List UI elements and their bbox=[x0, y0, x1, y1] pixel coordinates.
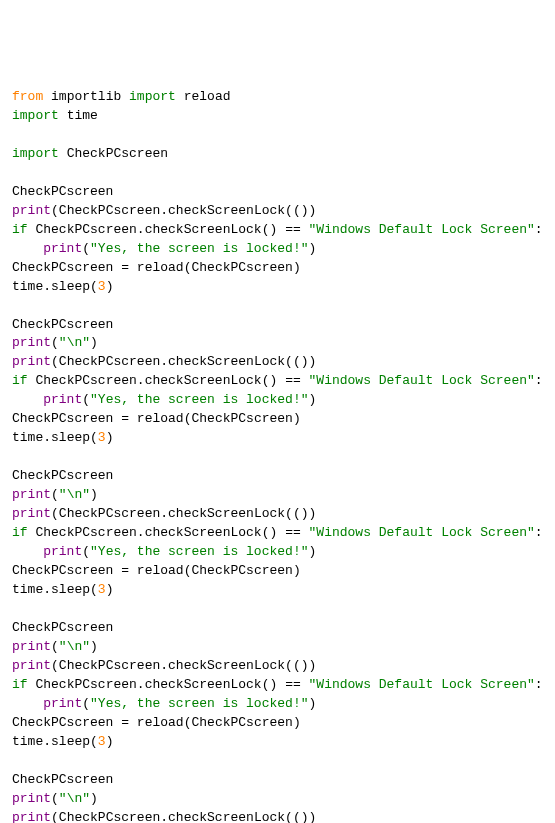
token: if bbox=[12, 677, 28, 692]
token: print bbox=[12, 810, 51, 823]
token: sleep bbox=[51, 582, 90, 597]
token: checkScreenLock bbox=[145, 373, 262, 388]
token: ( bbox=[82, 544, 90, 559]
token: time bbox=[12, 430, 43, 445]
token: 3 bbox=[98, 279, 106, 294]
token: ( bbox=[285, 203, 293, 218]
token: ) bbox=[90, 487, 98, 502]
token: ( bbox=[51, 354, 59, 369]
token: import bbox=[12, 108, 59, 123]
token: ( bbox=[262, 525, 270, 540]
token: ) bbox=[106, 734, 114, 749]
token: . bbox=[137, 525, 145, 540]
token: = bbox=[121, 411, 129, 426]
token: reload bbox=[137, 715, 184, 730]
token: ( bbox=[285, 658, 293, 673]
token: sleep bbox=[51, 734, 90, 749]
token: importlib bbox=[51, 89, 121, 104]
token: CheckPCscreen bbox=[12, 317, 113, 332]
token: . bbox=[137, 373, 145, 388]
token: : bbox=[535, 677, 543, 692]
token: "Windows Default Lock Screen" bbox=[309, 677, 535, 692]
token: reload bbox=[184, 89, 231, 104]
token: time bbox=[12, 582, 43, 597]
token: checkScreenLock bbox=[168, 506, 285, 521]
token: ) bbox=[293, 260, 301, 275]
token: print bbox=[43, 544, 82, 559]
token: ) bbox=[270, 373, 278, 388]
token: : bbox=[535, 222, 543, 237]
token: ) bbox=[90, 335, 98, 350]
token: "\n" bbox=[59, 487, 90, 502]
token: "Windows Default Lock Screen" bbox=[309, 525, 535, 540]
token: "Yes, the screen is locked!" bbox=[90, 241, 308, 256]
token: : bbox=[535, 525, 543, 540]
token: CheckPCscreen bbox=[12, 468, 113, 483]
token: ( bbox=[51, 506, 59, 521]
token: print bbox=[12, 639, 51, 654]
token: "Yes, the screen is locked!" bbox=[90, 544, 308, 559]
token: ) bbox=[106, 430, 114, 445]
token: print bbox=[43, 696, 82, 711]
token: checkScreenLock bbox=[168, 203, 285, 218]
token: == bbox=[285, 222, 301, 237]
token: . bbox=[160, 354, 168, 369]
token: CheckPCscreen bbox=[12, 772, 113, 787]
token: . bbox=[160, 203, 168, 218]
token: ) bbox=[308, 544, 316, 559]
token: == bbox=[285, 677, 301, 692]
token: CheckPCscreen bbox=[59, 658, 160, 673]
token: CheckPCscreen bbox=[12, 563, 113, 578]
token: ( bbox=[285, 506, 293, 521]
token: sleep bbox=[51, 279, 90, 294]
token: print bbox=[43, 392, 82, 407]
token: print bbox=[12, 335, 51, 350]
token: ( bbox=[51, 639, 59, 654]
token: ) bbox=[293, 411, 301, 426]
token: ) bbox=[293, 715, 301, 730]
token: ( bbox=[262, 222, 270, 237]
token: = bbox=[121, 260, 129, 275]
token: ) bbox=[293, 563, 301, 578]
token: 3 bbox=[98, 734, 106, 749]
token: ) bbox=[308, 696, 316, 711]
token: : bbox=[535, 373, 543, 388]
token: checkScreenLock bbox=[145, 222, 262, 237]
token: . bbox=[160, 810, 168, 823]
token: checkScreenLock bbox=[168, 810, 285, 823]
token: "Windows Default Lock Screen" bbox=[309, 373, 535, 388]
token: == bbox=[285, 373, 301, 388]
token: ) bbox=[270, 525, 278, 540]
token: ()) bbox=[293, 810, 316, 823]
token: reload bbox=[137, 260, 184, 275]
token: ( bbox=[262, 677, 270, 692]
token: ( bbox=[51, 791, 59, 806]
token: CheckPCscreen bbox=[35, 525, 136, 540]
token: . bbox=[43, 279, 51, 294]
token: ( bbox=[90, 430, 98, 445]
token: reload bbox=[137, 411, 184, 426]
token: CheckPCscreen bbox=[12, 184, 113, 199]
token: ( bbox=[51, 335, 59, 350]
token: ( bbox=[82, 241, 90, 256]
token: ) bbox=[270, 677, 278, 692]
token: ()) bbox=[293, 354, 316, 369]
token: CheckPCscreen bbox=[12, 260, 113, 275]
token: time bbox=[12, 734, 43, 749]
token: CheckPCscreen bbox=[59, 506, 160, 521]
token: ( bbox=[90, 734, 98, 749]
token: ( bbox=[285, 810, 293, 823]
token: checkScreenLock bbox=[168, 658, 285, 673]
token: 3 bbox=[98, 582, 106, 597]
token: CheckPCscreen bbox=[191, 260, 292, 275]
code-block: from importlib import reload import time… bbox=[12, 88, 543, 823]
token: ( bbox=[51, 203, 59, 218]
token: ( bbox=[51, 487, 59, 502]
token: print bbox=[43, 241, 82, 256]
token: print bbox=[12, 506, 51, 521]
token: time bbox=[67, 108, 98, 123]
token: . bbox=[137, 677, 145, 692]
token: ()) bbox=[293, 203, 316, 218]
token: checkScreenLock bbox=[145, 525, 262, 540]
token: "\n" bbox=[59, 791, 90, 806]
